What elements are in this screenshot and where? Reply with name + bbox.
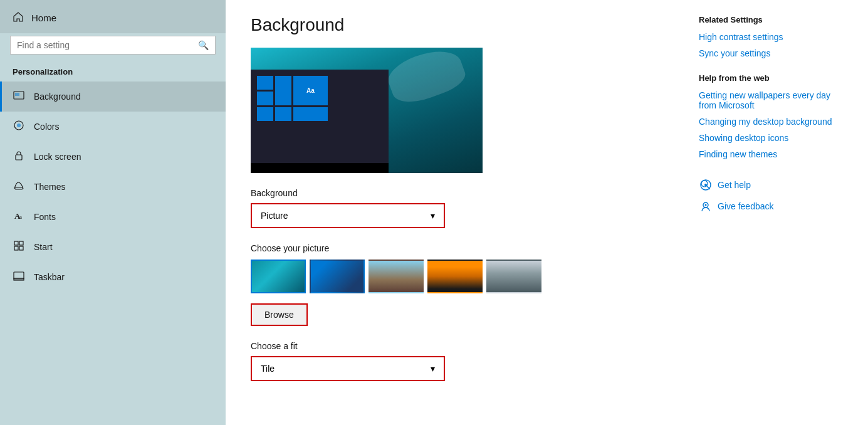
high-contrast-link[interactable]: High contrast settings (699, 32, 849, 42)
sidebar-home-label: Home (31, 13, 56, 23)
sidebar-item-colors[interactable]: Colors (0, 112, 226, 142)
give-feedback-label[interactable]: Give feedback (718, 201, 774, 211)
lock-screen-icon (13, 150, 25, 164)
fonts-icon: A a (13, 210, 25, 224)
svg-rect-9 (19, 241, 23, 245)
svg-rect-4 (16, 155, 22, 160)
tile-sm-2 (257, 92, 273, 105)
give-feedback-icon (699, 199, 713, 213)
background-dropdown-label: Background (251, 188, 655, 198)
get-help-icon (699, 178, 713, 192)
svg-point-18 (705, 204, 707, 206)
background-preview: Aa (251, 48, 483, 173)
page-title: Background (251, 15, 655, 35)
desktop-mockup: Aa (251, 70, 389, 173)
svg-rect-5 (15, 187, 23, 189)
sync-settings-link[interactable]: Sync your settings (699, 48, 849, 58)
svg-point-16 (704, 184, 707, 186)
desktop-icons-link[interactable]: Showing desktop icons (699, 133, 849, 143)
sidebar-themes-label: Themes (34, 182, 66, 192)
sidebar-item-background[interactable]: Background (0, 81, 226, 112)
svg-rect-12 (14, 272, 24, 279)
new-wallpapers-link[interactable]: Getting new wallpapers every day from Mi… (699, 90, 849, 110)
tiles-area: Aa (257, 76, 328, 121)
choose-fit-label: Choose a fit (251, 341, 655, 351)
tile-wide-1 (293, 107, 328, 121)
svg-rect-8 (14, 241, 18, 245)
background-dropdown-chevron: ▾ (431, 211, 435, 221)
sidebar-fonts-label: Fonts (34, 212, 56, 222)
picture-grid (251, 260, 655, 293)
main-content: Background Aa (226, 0, 680, 425)
get-help-action[interactable]: Get help (699, 178, 849, 192)
taskbar-icon (13, 270, 25, 284)
search-icon: 🔍 (198, 40, 209, 50)
sidebar-item-themes[interactable]: Themes (0, 172, 226, 202)
picture-thumb-1[interactable] (251, 260, 306, 293)
search-input[interactable] (17, 40, 193, 50)
sidebar-colors-label: Colors (34, 122, 59, 132)
new-themes-link[interactable]: Finding new themes (699, 149, 849, 159)
related-settings-title: Related Settings (699, 15, 849, 24)
tile-sm-4 (275, 107, 291, 121)
background-type-value: Picture (261, 211, 288, 221)
picture-thumb-3[interactable] (369, 260, 424, 293)
picture-thumb-2[interactable] (310, 260, 365, 293)
svg-text:a: a (19, 214, 22, 220)
search-box[interactable]: 🔍 (10, 36, 216, 55)
svg-rect-10 (14, 246, 18, 250)
fit-dropdown-chevron: ▾ (431, 364, 435, 374)
browse-button[interactable]: Browse (251, 303, 308, 326)
tile-sm-1 (257, 76, 273, 90)
help-from-web-title: Help from the web (699, 73, 849, 83)
sidebar-background-label: Background (34, 92, 81, 102)
svg-point-15 (701, 181, 708, 187)
svg-rect-1 (15, 93, 19, 96)
svg-point-3 (17, 123, 21, 127)
tile-med-1 (275, 76, 291, 105)
start-icon (13, 240, 25, 254)
sidebar-item-taskbar[interactable]: Taskbar (0, 262, 226, 292)
give-feedback-action[interactable]: Give feedback (699, 199, 849, 213)
background-type-dropdown[interactable]: Picture ▾ (251, 203, 445, 228)
themes-icon (13, 180, 25, 194)
sidebar-item-lock-screen[interactable]: Lock screen (0, 142, 226, 172)
sidebar-start-label: Start (34, 242, 53, 252)
background-icon (13, 90, 25, 103)
sidebar-item-start[interactable]: Start (0, 232, 226, 262)
sidebar-home[interactable]: Home (0, 0, 226, 33)
choose-picture-label: Choose your picture (251, 243, 655, 253)
sidebar-taskbar-label: Taskbar (34, 272, 65, 282)
mockup-taskbar (251, 163, 389, 173)
personalization-label: Personalization (0, 61, 226, 81)
home-icon (13, 11, 24, 24)
right-panel: Related Settings High contrast settings … (680, 0, 868, 425)
picture-thumb-5[interactable] (486, 260, 541, 293)
svg-rect-11 (19, 246, 23, 250)
sidebar-lockscreen-label: Lock screen (34, 152, 81, 162)
change-bg-link[interactable]: Changing my desktop background (699, 117, 849, 127)
tile-sm-3 (257, 107, 273, 121)
picture-thumb-4[interactable] (427, 260, 483, 293)
sidebar: Home 🔍 Personalization Background Colors (0, 0, 226, 425)
fit-value: Tile (261, 364, 275, 374)
fit-dropdown[interactable]: Tile ▾ (251, 356, 445, 381)
sidebar-item-fonts[interactable]: A a Fonts (0, 202, 226, 232)
tile-lg-1: Aa (293, 76, 328, 105)
get-help-label[interactable]: Get help (718, 180, 751, 190)
colors-icon (13, 120, 25, 134)
